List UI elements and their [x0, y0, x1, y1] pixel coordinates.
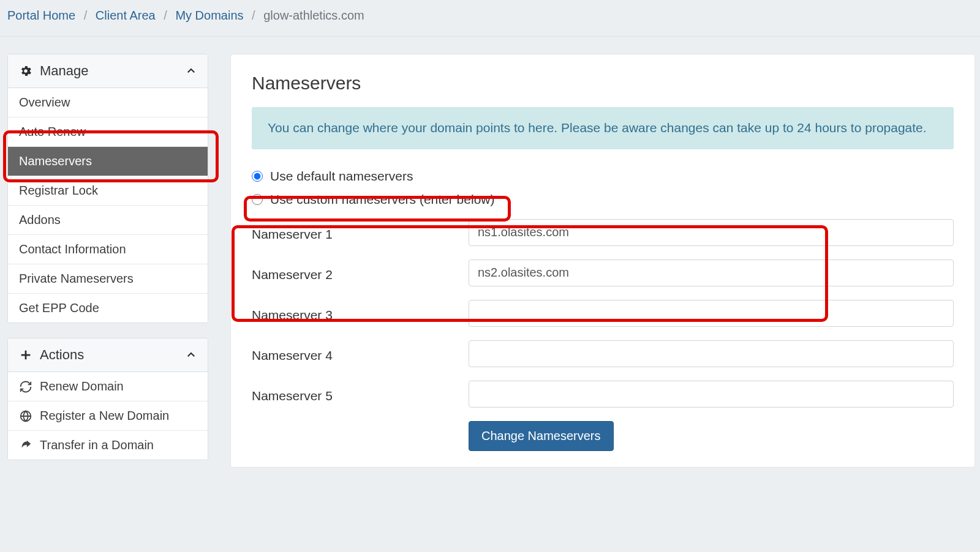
sidebar: Manage Overview Auto Renew Nameservers R… [7, 54, 208, 475]
radio-default-nameservers[interactable]: Use default nameservers [252, 168, 954, 185]
sidebar-item-label: Private Nameservers [19, 272, 197, 286]
nameserver-3-label: Nameserver 3 [252, 304, 469, 323]
sidebar-item-label: Registrar Lock [19, 184, 197, 198]
globe-icon [19, 409, 32, 423]
nameserver-row-3: Nameserver 3 [252, 300, 954, 327]
info-alert: You can change where your domain points … [252, 107, 954, 149]
breadcrumb-client-area[interactable]: Client Area [96, 9, 156, 22]
sidebar-item-private-nameservers[interactable]: Private Nameservers [8, 264, 208, 294]
breadcrumb-my-domains[interactable]: My Domains [175, 9, 243, 22]
sidebar-item-auto-renew[interactable]: Auto Renew [8, 117, 208, 147]
sidebar-panel-actions-title: Actions [40, 347, 186, 363]
radio-custom-nameservers[interactable]: Use custom nameservers (enter below) [252, 191, 954, 208]
nameserver-5-input[interactable] [469, 381, 954, 408]
gear-icon [19, 64, 32, 78]
sidebar-item-label: Overview [19, 95, 197, 110]
breadcrumb-sep: / [247, 9, 260, 22]
sidebar-panel-manage: Manage Overview Auto Renew Nameservers R… [7, 54, 208, 323]
breadcrumb-sep: / [79, 9, 92, 22]
sidebar-item-nameservers[interactable]: Nameservers [8, 147, 208, 176]
chevron-up-icon [186, 65, 197, 76]
nameservers-card: Nameservers You can change where your do… [230, 54, 975, 468]
nameserver-row-1: Nameserver 1 [252, 219, 954, 246]
sidebar-panel-actions: Actions Renew Domain Register a New Doma… [7, 338, 208, 460]
sidebar-action-register-domain[interactable]: Register a New Domain [8, 401, 208, 431]
plus-icon [19, 348, 32, 362]
sidebar-panel-actions-header[interactable]: Actions [8, 338, 208, 372]
breadcrumb-sep: / [159, 9, 172, 22]
page-title: Nameservers [252, 73, 954, 94]
sidebar-item-label: Addons [19, 213, 197, 227]
radio-custom-label: Use custom nameservers (enter below) [270, 192, 494, 207]
chevron-up-icon [186, 349, 197, 360]
sidebar-item-label: Nameservers [19, 154, 197, 168]
sidebar-item-get-epp-code[interactable]: Get EPP Code [8, 294, 208, 323]
nameserver-row-5: Nameserver 5 [252, 381, 954, 408]
nameserver-1-label: Nameserver 1 [252, 223, 469, 242]
share-icon [19, 439, 32, 452]
sidebar-item-label: Register a New Domain [40, 409, 197, 423]
main-content: Nameservers You can change where your do… [230, 54, 975, 468]
breadcrumb-current: glow-athletics.com [263, 9, 364, 22]
nameserver-2-input[interactable] [469, 259, 954, 286]
sidebar-panel-manage-title: Manage [40, 63, 186, 79]
nameserver-4-label: Nameserver 4 [252, 345, 469, 363]
sidebar-item-label: Auto Renew [19, 125, 197, 139]
sidebar-item-addons[interactable]: Addons [8, 206, 208, 235]
sidebar-action-transfer-domain[interactable]: Transfer in a Domain [8, 431, 208, 460]
sidebar-item-label: Transfer in a Domain [40, 438, 197, 452]
sidebar-action-renew-domain[interactable]: Renew Domain [8, 372, 208, 401]
nameserver-4-input[interactable] [469, 340, 954, 367]
nameserver-5-label: Nameserver 5 [252, 385, 469, 403]
nameserver-row-2: Nameserver 2 [252, 259, 954, 286]
sidebar-item-label: Renew Domain [40, 379, 197, 393]
radio-default-input[interactable] [252, 171, 263, 182]
sidebar-item-label: Get EPP Code [19, 301, 197, 315]
breadcrumb-portal-home[interactable]: Portal Home [7, 9, 75, 22]
sidebar-item-contact-information[interactable]: Contact Information [8, 235, 208, 264]
radio-custom-input[interactable] [252, 194, 263, 205]
nameserver-row-4: Nameserver 4 [252, 340, 954, 367]
sidebar-item-label: Contact Information [19, 242, 197, 256]
nameserver-3-input[interactable] [469, 300, 954, 327]
sidebar-panel-manage-header[interactable]: Manage [8, 54, 208, 88]
refresh-icon [19, 380, 32, 393]
radio-default-label: Use default nameservers [270, 169, 413, 184]
change-nameservers-button[interactable]: Change Nameservers [469, 421, 614, 451]
breadcrumb: Portal Home / Client Area / My Domains /… [0, 0, 980, 37]
sidebar-item-registrar-lock[interactable]: Registrar Lock [8, 176, 208, 206]
sidebar-item-overview[interactable]: Overview [8, 88, 208, 117]
nameserver-fields: Nameserver 1 Nameserver 2 Nameserver 3 N… [252, 219, 954, 451]
nameserver-1-input[interactable] [469, 219, 954, 246]
nameserver-2-label: Nameserver 2 [252, 264, 469, 282]
